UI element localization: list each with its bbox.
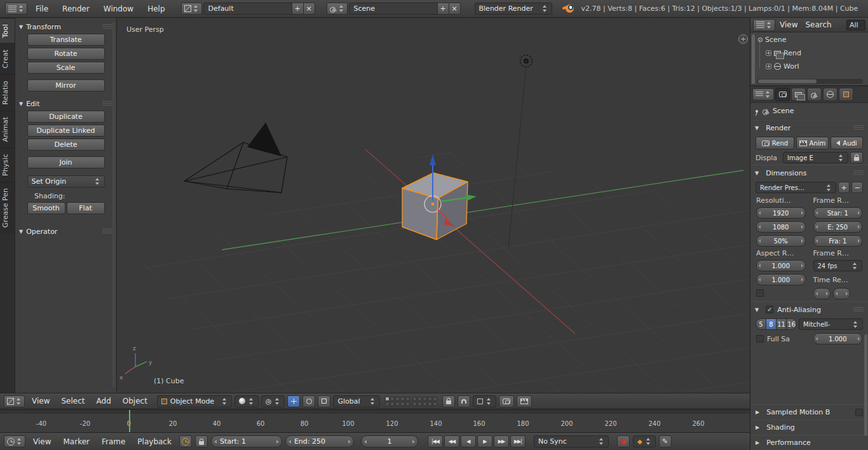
outliner-vertical-scrollbar[interactable] (752, 34, 755, 84)
menu-view[interactable]: View (29, 437, 55, 446)
tab-relations[interactable]: Relatio (0, 74, 15, 111)
mirror-button[interactable]: Mirror (27, 79, 105, 92)
pivot-point-select[interactable]: ◎ (261, 395, 285, 407)
properties-scrollbar[interactable] (864, 334, 867, 436)
add-preset-button[interactable]: + (838, 182, 850, 193)
preview-range-toggle[interactable] (179, 435, 192, 447)
menu-search[interactable]: Search (802, 20, 834, 29)
duplicate-linked-button[interactable]: Duplicate Linked (27, 125, 105, 137)
outliner-item-renderlayers[interactable]: + Rend (750, 46, 868, 60)
remove-preset-button[interactable]: − (851, 182, 863, 193)
properties-editor-type-button[interactable] (752, 88, 774, 100)
menu-playback[interactable]: Playback (133, 437, 176, 446)
menu-select[interactable]: Select (57, 397, 89, 406)
scene-close-button[interactable]: × (449, 3, 461, 15)
auto-keyframe-record-button[interactable]: ● (617, 435, 630, 447)
time-remap-new-field[interactable] (833, 288, 850, 299)
lock-to-scene-toggle[interactable] (442, 395, 455, 407)
menu-view[interactable]: View (776, 20, 801, 29)
time-remap-old-field[interactable] (813, 288, 831, 299)
viewport-shading-select[interactable] (234, 395, 259, 407)
aa-samples-8-button[interactable]: 8 (766, 318, 776, 330)
menu-help[interactable]: Help (142, 4, 170, 13)
viewport-editor-type-button[interactable] (4, 395, 25, 407)
next-keyframe-button[interactable]: ▶▶ (494, 435, 509, 447)
anti-aliasing-panel-header[interactable]: ▼ ✓ Anti-Aliasing (750, 301, 868, 317)
jump-to-start-button[interactable]: |◀◀ (428, 435, 443, 447)
screen-layout-browse-button[interactable] (181, 3, 202, 15)
manipulator-translate-toggle[interactable] (287, 395, 300, 407)
play-reverse-button[interactable]: ◀ (461, 435, 476, 447)
layers-grid-1[interactable] (385, 397, 410, 406)
display-mode-select[interactable]: Image E (783, 152, 848, 163)
snap-element-select[interactable] (473, 395, 496, 407)
transform-orientation-select[interactable]: Global (333, 395, 380, 407)
viewport-canvas[interactable]: z y x (117, 18, 750, 393)
manipulator-rotate-toggle[interactable] (302, 395, 315, 407)
aa-samples-11-button[interactable]: 11 (776, 318, 787, 330)
render-panel-header[interactable]: ▼ Render (750, 119, 868, 135)
aa-samples-5-button[interactable]: 5 (756, 318, 766, 330)
filter-size-field[interactable]: 1.000 (813, 333, 863, 344)
viewport-3d[interactable]: z y x User Persp (1) Cube + (117, 18, 750, 393)
tab-create[interactable]: Creat (0, 43, 15, 74)
snap-toggle[interactable] (458, 395, 470, 407)
menu-marker[interactable]: Marker (58, 437, 93, 446)
set-origin-dropdown[interactable]: Set Origin (27, 175, 105, 188)
duplicate-button[interactable]: Duplicate (27, 111, 105, 123)
play-button[interactable]: ▶ (477, 435, 492, 447)
tab-physics[interactable]: Physic (0, 147, 15, 182)
tab-render[interactable] (775, 88, 790, 101)
info-editor-type-button[interactable] (5, 3, 27, 15)
current-frame-field[interactable]: 1 (361, 435, 418, 447)
aspect-x-field[interactable]: 1.000 (756, 260, 806, 271)
anti-aliasing-checkbox[interactable]: ✓ (766, 306, 773, 313)
lock-time-toggle[interactable] (195, 435, 208, 447)
jump-to-end-button[interactable]: ▶▶| (510, 435, 526, 447)
shade-flat-button[interactable]: Flat (67, 202, 105, 214)
resolution-y-field[interactable]: 1080 (756, 221, 806, 233)
scene-browse-button[interactable] (327, 3, 348, 15)
screen-layout-close-button[interactable]: × (303, 3, 315, 15)
menu-window[interactable]: Window (98, 4, 139, 13)
transform-panel-header[interactable]: ▼ Transform (15, 20, 116, 34)
tab-tools[interactable]: Tool (0, 18, 15, 43)
join-button[interactable]: Join (27, 156, 105, 168)
timeline-editor-type-button[interactable] (4, 435, 25, 447)
layers-grid-2[interactable] (412, 397, 437, 406)
expand-icon[interactable]: + (766, 64, 771, 69)
tab-render-layers[interactable] (791, 88, 806, 101)
operator-panel-header[interactable]: ▼ Operator (15, 224, 116, 238)
menu-frame[interactable]: Frame (97, 437, 130, 446)
menu-add[interactable]: Add (92, 397, 116, 406)
sync-mode-select[interactable]: No Sync (534, 435, 609, 447)
screen-layout-field[interactable]: Default (203, 3, 292, 15)
fps-select[interactable]: 24 fps (813, 260, 863, 271)
translate-button[interactable]: Translate (27, 34, 105, 46)
border-checkbox[interactable] (756, 289, 764, 297)
lock-interface-toggle[interactable] (850, 152, 863, 163)
outliner-item-scene[interactable]: Scene (750, 33, 868, 46)
render-engine-select[interactable]: Blender Render (475, 3, 552, 15)
outliner-horizontal-scrollbar[interactable] (757, 79, 863, 84)
menu-render[interactable]: Render (57, 4, 95, 13)
delete-button[interactable]: Delete (27, 139, 105, 151)
resolution-percent-field[interactable]: 50% (756, 235, 806, 247)
frame-start-field[interactable]: Star: 1 (813, 207, 863, 219)
keying-set-select[interactable]: ◆ (633, 435, 656, 447)
tab-world[interactable] (823, 88, 837, 101)
display-filter-select[interactable]: All (846, 20, 865, 31)
rotate-button[interactable]: Rotate (27, 48, 105, 60)
sampled-motion-blur-checkbox[interactable] (855, 409, 863, 416)
outliner-editor-type-button[interactable] (753, 19, 775, 31)
pin-icon[interactable] (756, 110, 758, 112)
tab-object[interactable] (839, 88, 853, 101)
performance-panel-header[interactable]: ▶ Performance (750, 435, 868, 450)
scene-add-button[interactable]: + (437, 3, 449, 15)
tab-animation[interactable]: Animat (0, 111, 15, 147)
render-animation-button[interactable]: Anim (796, 137, 829, 149)
outliner-item-world[interactable]: + Worl (750, 60, 868, 73)
opengl-render-button[interactable] (499, 395, 514, 407)
prev-keyframe-button[interactable]: ◀◀ (444, 435, 459, 447)
render-preset-select[interactable]: Render Pres… (756, 182, 836, 193)
